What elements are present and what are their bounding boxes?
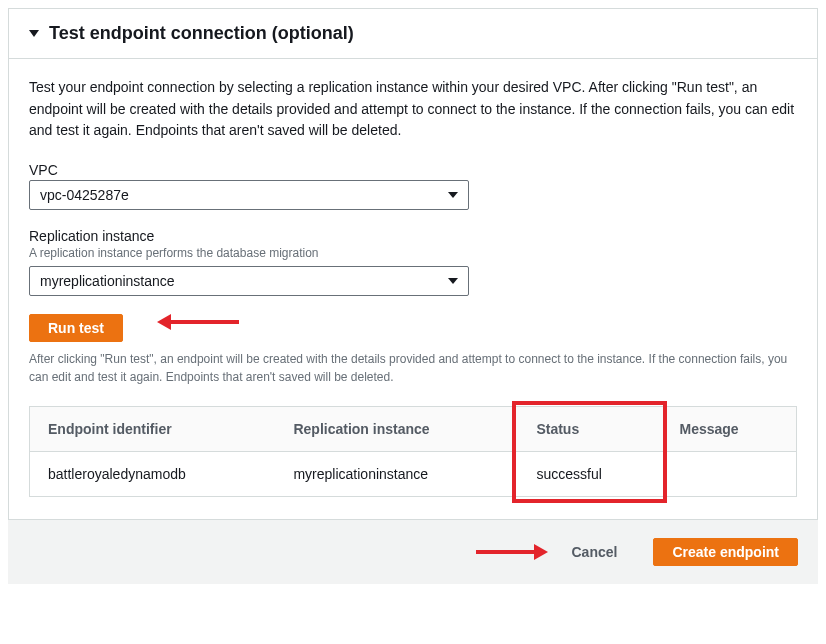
chevron-down-icon bbox=[448, 278, 458, 284]
results-table: Endpoint identifier Replication instance… bbox=[29, 406, 797, 497]
replication-help: A replication instance performs the data… bbox=[29, 246, 797, 260]
panel-body: Test your endpoint connection by selecti… bbox=[9, 59, 817, 519]
replication-select-value: myreplicationinstance bbox=[40, 273, 175, 289]
col-replication: Replication instance bbox=[275, 407, 518, 452]
replication-select[interactable]: myreplicationinstance bbox=[29, 266, 469, 296]
col-message: Message bbox=[661, 407, 796, 452]
create-endpoint-button[interactable]: Create endpoint bbox=[653, 538, 798, 566]
panel-title: Test endpoint connection (optional) bbox=[49, 23, 354, 44]
replication-label: Replication instance bbox=[29, 228, 797, 244]
cell-status: successful bbox=[518, 452, 661, 497]
vpc-select-button[interactable]: vpc-0425287e bbox=[29, 180, 469, 210]
col-endpoint: Endpoint identifier bbox=[30, 407, 276, 452]
annotation-arrow-icon bbox=[169, 320, 239, 324]
cell-message bbox=[661, 452, 796, 497]
vpc-label: VPC bbox=[29, 162, 797, 178]
table-row: battleroyaledynamodb myreplicationinstan… bbox=[30, 452, 797, 497]
col-status: Status bbox=[518, 407, 661, 452]
chevron-down-icon bbox=[448, 192, 458, 198]
replication-select-button[interactable]: myreplicationinstance bbox=[29, 266, 469, 296]
test-endpoint-panel: Test endpoint connection (optional) Test… bbox=[8, 8, 818, 520]
vpc-field: VPC vpc-0425287e bbox=[29, 162, 797, 210]
vpc-select-value: vpc-0425287e bbox=[40, 187, 129, 203]
caret-down-icon bbox=[29, 30, 39, 37]
annotation-arrow-icon bbox=[476, 550, 536, 554]
cancel-button[interactable]: Cancel bbox=[554, 539, 636, 565]
run-test-button[interactable]: Run test bbox=[29, 314, 123, 342]
table-header-row: Endpoint identifier Replication instance… bbox=[30, 407, 797, 452]
replication-field: Replication instance A replication insta… bbox=[29, 228, 797, 296]
run-test-help: After clicking "Run test", an endpoint w… bbox=[29, 350, 797, 386]
panel-header[interactable]: Test endpoint connection (optional) bbox=[9, 9, 817, 59]
cell-endpoint: battleroyaledynamodb bbox=[30, 452, 276, 497]
results-table-wrap: Endpoint identifier Replication instance… bbox=[29, 406, 797, 497]
panel-description: Test your endpoint connection by selecti… bbox=[29, 77, 797, 142]
cell-replication: myreplicationinstance bbox=[275, 452, 518, 497]
footer-actions: Cancel Create endpoint bbox=[8, 520, 818, 584]
vpc-select[interactable]: vpc-0425287e bbox=[29, 180, 469, 210]
